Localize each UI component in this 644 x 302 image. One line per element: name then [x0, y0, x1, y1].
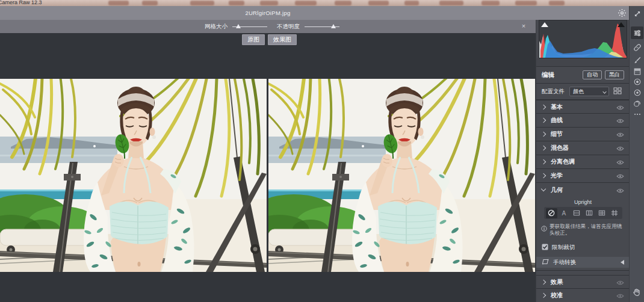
opacity-label: 不透明度: [277, 23, 300, 31]
chevron-right-icon: [541, 293, 546, 298]
slider-thumb[interactable]: [331, 24, 336, 28]
slider-thumb[interactable]: [236, 24, 241, 28]
chevron-right-icon: [541, 118, 546, 123]
edit-panel: 编辑 自动 黑白 配置文件 颜色 基本: [536, 20, 629, 302]
highlight-clipping-indicator[interactable]: [618, 22, 625, 27]
profile-browser-icon[interactable]: [613, 86, 622, 97]
filename-label: 2URlgirOiPM.jpg: [0, 6, 536, 20]
visibility-eye-icon[interactable]: [616, 277, 624, 288]
section-curve[interactable]: 曲线: [536, 114, 630, 128]
visibility-eye-icon[interactable]: [616, 170, 624, 181]
section-calibration[interactable]: 校准: [536, 289, 630, 302]
edit-title: 编辑: [542, 71, 554, 79]
collapse-left-icon[interactable]: [621, 260, 624, 265]
grid-size-slider[interactable]: [232, 23, 267, 29]
profile-label: 配置文件: [542, 88, 565, 96]
chevron-down-icon: [541, 186, 546, 191]
manual-transform-row[interactable]: 手动转换: [536, 257, 630, 268]
graduated-filter-icon[interactable]: [632, 66, 642, 76]
titlebar-artifact: [549, 1, 565, 5]
auto-button[interactable]: 自动: [583, 70, 602, 79]
adjustment-brush-icon[interactable]: [632, 55, 642, 65]
radial-filter-icon[interactable]: [632, 76, 642, 87]
section-effects[interactable]: 效果: [536, 275, 630, 289]
histogram[interactable]: [539, 20, 627, 58]
upright-off-button[interactable]: [546, 208, 557, 218]
visibility-eye-icon[interactable]: [616, 185, 624, 196]
visibility-eye-icon[interactable]: [616, 115, 624, 126]
geometry-info-text: 要获取最佳结果，请首先应用镜头校正。: [550, 223, 625, 236]
section-basic[interactable]: 基本: [536, 100, 630, 114]
visibility-eye-icon[interactable]: [616, 156, 624, 167]
after-photo: [268, 79, 535, 272]
red-eye-icon[interactable]: [632, 87, 642, 97]
titlebar-artifact: [404, 1, 419, 5]
visibility-eye-icon[interactable]: [616, 290, 624, 301]
section-split-toning[interactable]: 分离色调: [536, 155, 630, 169]
titlebar-artifact: [260, 1, 278, 5]
titlebar-artifact: [368, 1, 389, 5]
before-photo: [0, 79, 267, 272]
constrain-crop-label: 限制裁切: [552, 244, 575, 251]
healing-brush-icon[interactable]: [632, 42, 642, 52]
profile-row: 配置文件 颜色: [536, 84, 630, 100]
more-options-icon[interactable]: [632, 109, 642, 119]
titlebar-artifact: [439, 1, 463, 5]
header-bar: 2URlgirOiPM.jpg: [0, 6, 629, 20]
before-photo-pane[interactable]: [0, 79, 267, 272]
geometry-body: Upright A: [536, 197, 630, 271]
titlebar-artifact: [515, 1, 537, 5]
hand-tool-icon[interactable]: [632, 288, 642, 298]
presets-icon[interactable]: [632, 98, 642, 108]
shadow-clipping-indicator[interactable]: [541, 22, 548, 27]
expand-view-icon[interactable]: [632, 8, 642, 19]
titlebar-artifact: [481, 1, 500, 5]
titlebar-artifact: [142, 1, 158, 5]
titlebar-artifact: [229, 1, 244, 5]
visibility-eye-icon[interactable]: [616, 129, 624, 140]
grid-overlay-bar: 网格大小 不透明度 ×: [0, 20, 536, 33]
info-icon: [541, 223, 547, 236]
titlebar-artifact: [190, 1, 214, 5]
geometry-info: 要获取最佳结果，请首先应用镜头校正。: [536, 219, 630, 239]
titlebar-artifact: [108, 1, 129, 5]
upright-mode-bar: A: [544, 207, 622, 219]
constrain-crop-row[interactable]: 限制裁切: [536, 239, 630, 255]
panel-sections-bottom: 效果 校准: [536, 275, 630, 302]
grid-size-label: 网格大小: [205, 23, 228, 31]
edit-tool-icon[interactable]: [631, 26, 643, 39]
chevron-down-icon: [602, 90, 606, 93]
visibility-eye-icon[interactable]: [616, 102, 624, 112]
checkbox-checked-icon[interactable]: [542, 242, 548, 253]
transform-grid-icon: [542, 257, 549, 268]
profile-select[interactable]: 颜色: [569, 87, 609, 96]
manual-transform-label: 手动转换: [553, 259, 621, 267]
upright-vertical-button[interactable]: [584, 208, 595, 218]
bw-button[interactable]: 黑白: [605, 70, 624, 79]
visibility-eye-icon[interactable]: [616, 143, 624, 153]
svg-text:A: A: [562, 210, 566, 217]
chevron-right-icon: [541, 173, 546, 178]
titlebar-artifact: [295, 1, 317, 5]
upright-auto-button[interactable]: A: [559, 208, 570, 218]
histogram-info-strip: [536, 58, 630, 67]
window-titlebar: Camera Raw 12.3: [0, 0, 644, 6]
effect-view-button[interactable]: 效果图: [268, 34, 297, 45]
section-detail[interactable]: 细节: [536, 128, 630, 141]
opacity-slider[interactable]: [305, 23, 339, 29]
section-optics[interactable]: 光学: [536, 169, 630, 183]
chevron-right-icon: [541, 132, 546, 137]
upright-full-button[interactable]: [596, 208, 608, 218]
section-color-mixer[interactable]: 混色器: [536, 141, 630, 155]
upright-guided-button[interactable]: [609, 208, 621, 218]
settings-gear-icon[interactable]: [618, 8, 627, 17]
original-view-button[interactable]: 原图: [242, 34, 265, 45]
profile-value: 颜色: [573, 88, 584, 94]
edit-header-row: 编辑 自动 黑白: [536, 67, 630, 84]
chevron-right-icon: [541, 279, 546, 284]
close-overlay-icon[interactable]: ×: [519, 21, 528, 31]
upright-level-button[interactable]: [571, 208, 583, 218]
after-photo-pane[interactable]: [268, 79, 535, 272]
panel-sections: 基本 曲线 细节 混色器: [536, 100, 630, 271]
section-geometry[interactable]: 几何: [536, 183, 630, 197]
